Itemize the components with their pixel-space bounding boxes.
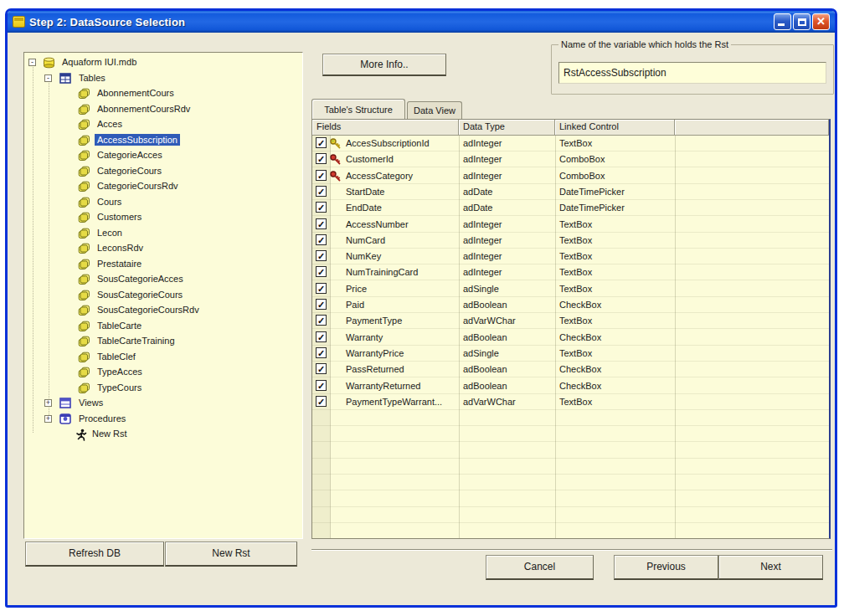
tree-item-root[interactable]: -Aquaform IUI.mdb [24, 55, 302, 70]
column-header-data-type[interactable]: Data Type [459, 120, 555, 136]
tree-item-table-souscategorieacces[interactable]: SousCategorieAcces [24, 272, 302, 287]
tree-item-table-accesssubscription[interactable]: AccessSubscription [24, 133, 302, 148]
primary-key-icon [329, 137, 342, 150]
close-button[interactable]: ✕ [812, 13, 830, 30]
field-row-accesscategory[interactable]: ✓AccessCategoryadIntegerComboBox [312, 168, 829, 184]
collapse-icon[interactable]: - [44, 74, 52, 82]
table-icon [78, 104, 90, 116]
table-icon [78, 274, 90, 285]
field-row-accessnumber[interactable]: ✓AccessNumberadIntegerTextBox [312, 217, 829, 233]
field-checkbox[interactable]: ✓ [316, 186, 327, 197]
field-row-price[interactable]: ✓PriceadSingleTextBox [312, 281, 829, 297]
field-row-paid[interactable]: ✓PaidadBooleanCheckBox [312, 297, 829, 313]
column-header-fields[interactable]: Fields [312, 120, 459, 136]
column-header-linked-control[interactable]: Linked Control [555, 120, 675, 136]
field-checkbox[interactable]: ✓ [316, 266, 327, 277]
field-row-warrantyreturned[interactable]: ✓WarrantyReturnedadBooleanCheckBox [312, 378, 829, 394]
field-checkbox[interactable]: ✓ [316, 234, 327, 245]
tree-item-label: Lecon [95, 227, 125, 239]
expand-icon[interactable]: + [44, 399, 52, 407]
field-checkbox[interactable]: ✓ [316, 170, 327, 181]
tree-item-table-typecours[interactable]: TypeCours [24, 381, 302, 396]
field-checkbox[interactable]: ✓ [316, 331, 327, 342]
field-checkbox[interactable]: ✓ [316, 380, 327, 391]
tree-item-table-abonnementcoursrdv[interactable]: AbonnementCoursRdv [24, 102, 302, 117]
field-linked-control: TextBox [559, 316, 592, 326]
tree-item-table-categorieacces[interactable]: CategorieAcces [24, 148, 302, 163]
field-checkbox[interactable]: ✓ [316, 299, 327, 310]
field-data-type: adInteger [463, 171, 502, 181]
field-row-passreturned[interactable]: ✓PassReturnedadBooleanCheckBox [312, 362, 829, 377]
field-row-customerid[interactable]: ✓CustomerIdadIntegerComboBox [312, 151, 829, 167]
field-checkbox[interactable]: ✓ [316, 283, 327, 294]
variable-name-frame-label: Name of the variable which holds the Rst [558, 39, 731, 49]
previous-button[interactable]: Previous [614, 555, 718, 580]
tree-item-table-categoriecoursrdv[interactable]: CategorieCoursRdv [24, 179, 302, 194]
field-checkbox[interactable]: ✓ [316, 218, 327, 229]
field-row-numtrainingcard[interactable]: ✓NumTrainingCardadIntegerTextBox [312, 264, 829, 280]
field-row-accessubscriptionid[interactable]: ✓AccesSubscriptionIdadIntegerTextBox [312, 136, 829, 151]
tree-item-table-souscategoriecours[interactable]: SousCategorieCours [24, 288, 302, 303]
refresh-db-button[interactable]: Refresh DB [25, 542, 164, 567]
empty-grid-row [312, 475, 829, 490]
field-row-numcard[interactable]: ✓NumCardadIntegerTextBox [312, 233, 829, 249]
more-info-button[interactable]: More Info.. [322, 54, 446, 76]
minimize-button[interactable] [774, 13, 791, 30]
tree-item-label: AbonnementCoursRdv [95, 103, 193, 115]
field-checkbox[interactable]: ✓ [316, 202, 327, 213]
field-checkbox[interactable]: ✓ [316, 315, 327, 326]
field-checkbox[interactable]: ✓ [316, 396, 327, 407]
tab-data-view[interactable]: Data View [407, 101, 462, 119]
tree-item-table-abonnementcours[interactable]: AbonnementCours [24, 86, 302, 101]
tree-item-label: TableCarte [95, 320, 144, 331]
collapse-icon[interactable]: - [28, 59, 36, 66]
tree-item-procedures[interactable]: +Procedures [24, 412, 302, 427]
tree-item-table-lecon[interactable]: Lecon [24, 226, 302, 241]
tables-folder-icon [59, 73, 72, 85]
tree-item-table-tablecartetraining[interactable]: TableCarteTraining [24, 334, 302, 349]
new-rst-button[interactable]: New Rst [165, 542, 297, 567]
tree-item-table-categoriecours[interactable]: CategorieCours [24, 164, 302, 179]
field-row-paymenttypewarrant[interactable]: ✓PaymentTypeWarrant...adVarWCharTextBox [312, 394, 829, 410]
field-checkbox[interactable]: ✓ [316, 250, 327, 261]
variable-name-frame: Name of the variable which holds the Rst [551, 44, 834, 95]
tree-item-table-leconsrdv[interactable]: LeconsRdv [24, 241, 302, 256]
tree-item-table-acces[interactable]: Acces [24, 117, 302, 132]
tree-item-table-souscategoriecoursrdv[interactable]: SousCategorieCoursRdv [24, 303, 302, 318]
tab-tables-structure[interactable]: Table's Structure [311, 99, 405, 119]
tree-item-table-tableclef[interactable]: TableClef [24, 350, 302, 365]
maximize-button[interactable] [793, 13, 811, 30]
titlebar[interactable]: Step 2: DataSource Selection ✕ [8, 11, 835, 33]
table-icon [78, 228, 90, 239]
field-row-paymenttype[interactable]: ✓PaymentTypeadVarWCharTextBox [312, 313, 829, 329]
field-checkbox[interactable]: ✓ [316, 363, 327, 374]
field-row-numkey[interactable]: ✓NumKeyadIntegerTextBox [312, 249, 829, 264]
field-row-warrantyprice[interactable]: ✓WarrantyPriceadSingleTextBox [312, 346, 829, 362]
field-data-type: adBoolean [463, 332, 507, 342]
rst-variable-input[interactable] [558, 62, 826, 84]
tree-item-label: Procedures [76, 413, 128, 424]
cancel-button[interactable]: Cancel [486, 555, 594, 580]
field-checkbox[interactable]: ✓ [316, 137, 327, 148]
tree-item-table-typeacces[interactable]: TypeAcces [24, 365, 302, 380]
field-checkbox[interactable]: ✓ [316, 347, 327, 358]
tree-item-views[interactable]: +Views [24, 396, 302, 411]
field-row-warranty[interactable]: ✓WarrantyadBooleanCheckBox [312, 330, 829, 346]
field-linked-control: ComboBox [559, 154, 605, 164]
table-icon [78, 243, 90, 254]
tree-item-new-rst[interactable]: New Rst [24, 427, 302, 442]
field-data-type: adInteger [463, 251, 502, 261]
tree-item-tables[interactable]: -Tables [24, 71, 302, 86]
tree-item-table-tablecarte[interactable]: TableCarte [24, 319, 302, 334]
tree-item-table-cours[interactable]: Cours [24, 195, 302, 210]
field-checkbox[interactable]: ✓ [316, 153, 327, 164]
expand-icon[interactable]: + [44, 415, 52, 423]
field-row-enddate[interactable]: ✓EndDateadDateDateTimePicker [312, 200, 829, 216]
field-data-type: adSingle [463, 348, 499, 358]
empty-grid-row [312, 523, 829, 538]
field-row-startdate[interactable]: ✓StartDateadDateDateTimePicker [312, 184, 829, 200]
tree-item-table-customers[interactable]: Customers [24, 210, 302, 225]
next-button[interactable]: Next [718, 555, 823, 580]
tree-item-label: Tables [76, 72, 108, 84]
tree-item-table-prestataire[interactable]: Prestataire [24, 257, 302, 272]
